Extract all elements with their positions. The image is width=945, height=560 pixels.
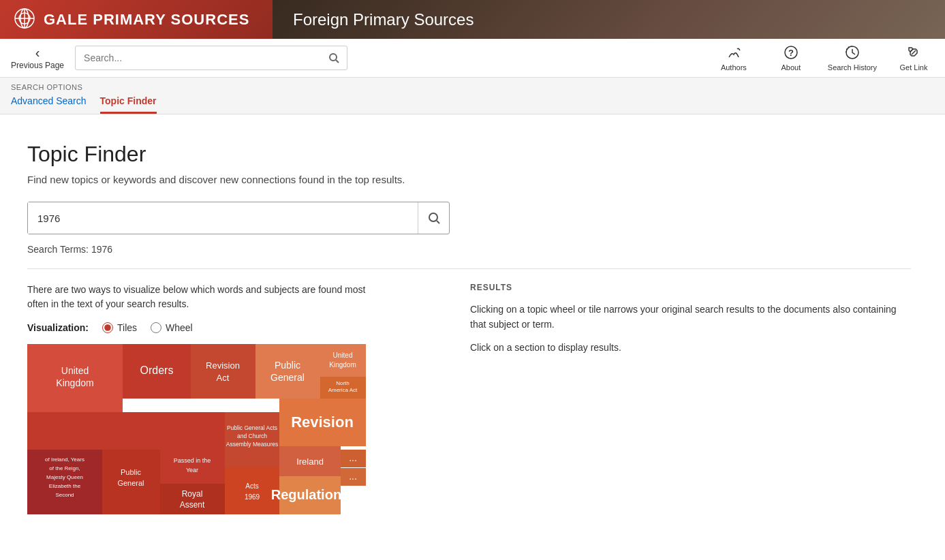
svg-text:1969: 1969 <box>245 493 260 501</box>
about-icon: ? <box>784 45 799 62</box>
svg-text:Passed in the: Passed in the <box>174 457 211 464</box>
svg-text:Kingdom: Kingdom <box>56 377 93 388</box>
tab-topic-finder[interactable]: Topic Finder <box>100 95 157 114</box>
search-options-bar: SEARCH OPTIONS Advanced Search Topic Fin… <box>0 78 945 114</box>
svg-text:United: United <box>61 365 89 376</box>
divider <box>27 268 911 269</box>
topic-search-container <box>27 202 450 234</box>
header-banner: GALE PRIMARY SOURCES Foreign Primary Sou… <box>0 0 945 39</box>
visualization-label: Visualization: <box>27 322 89 333</box>
svg-text:Orders: Orders <box>140 364 174 376</box>
collection-title: Foreign Primary Sources <box>293 10 474 29</box>
wheel-radio-label[interactable]: Wheel <box>151 322 193 333</box>
svg-text:Revision: Revision <box>206 360 240 371</box>
svg-text:Public: Public <box>121 468 141 476</box>
topic-search-input[interactable] <box>28 202 418 234</box>
search-history-label: Search History <box>828 63 877 72</box>
svg-text:Elizabeth the: Elizabeth the <box>49 483 81 489</box>
search-button[interactable] <box>320 46 347 70</box>
main-content: Topic Finder Find new topics or keywords… <box>0 114 945 542</box>
page-description: Find new topics or keywords and discover… <box>27 174 911 185</box>
nav-icons: Authors ? About Search History <box>713 45 934 72</box>
previous-page-label: Previous Page <box>11 61 64 70</box>
svg-text:Majesty Queen: Majesty Queen <box>46 474 83 480</box>
svg-rect-38 <box>225 412 279 467</box>
gale-logo-icon <box>14 7 35 32</box>
about-icon-item[interactable]: ? About <box>771 45 811 72</box>
svg-rect-52 <box>160 484 225 514</box>
svg-text:Royal: Royal <box>182 489 203 499</box>
collection-section: Foreign Primary Sources <box>273 0 945 39</box>
svg-text:Assent: Assent <box>180 500 205 510</box>
svg-text:Act: Act <box>217 373 230 383</box>
brand-title: GALE PRIMARY SOURCES <box>44 11 249 29</box>
search-history-icon <box>845 45 860 62</box>
svg-text:Year: Year <box>186 467 198 473</box>
svg-text:of the Reign,: of the Reign, <box>49 465 80 471</box>
svg-text:General: General <box>270 372 305 383</box>
svg-rect-20 <box>191 344 255 399</box>
authors-label: Authors <box>721 63 747 72</box>
svg-text:North: North <box>336 380 350 386</box>
visualization-section: There are two ways to visualize below wh… <box>27 283 443 514</box>
svg-line-6 <box>336 60 339 63</box>
svg-text:...: ... <box>349 471 357 482</box>
svg-text:America Act: America Act <box>328 387 358 393</box>
svg-text:Public: Public <box>275 360 300 371</box>
svg-text:Kingdom: Kingdom <box>329 361 356 369</box>
svg-text:United: United <box>333 352 353 359</box>
previous-page-button[interactable]: ‹ Previous Page <box>11 46 64 70</box>
svg-text:Revision: Revision <box>291 414 354 431</box>
topic-search-button[interactable] <box>418 202 449 234</box>
svg-text:Ireland: Ireland <box>296 456 324 467</box>
svg-text:General: General <box>117 479 144 487</box>
svg-text:and Church: and Church <box>237 433 267 439</box>
treemap-visualization[interactable]: Tables and Index United Kingdom Orders R… <box>27 344 366 514</box>
get-link-icon-item[interactable]: Get Link <box>893 45 934 72</box>
brand-section: GALE PRIMARY SOURCES <box>0 0 273 39</box>
svg-text:Assembly Measures: Assembly Measures <box>226 441 279 448</box>
results-panel: RESULTS Clicking on a topic wheel or til… <box>470 283 911 514</box>
search-options-tabs: Advanced Search Topic Finder <box>11 95 934 114</box>
svg-rect-23 <box>255 344 320 399</box>
search-history-icon-item[interactable]: Search History <box>828 45 877 72</box>
tiles-radio-label[interactable]: Tiles <box>102 322 137 333</box>
tiles-label: Tiles <box>117 322 137 333</box>
viz-description: There are two ways to visualize below wh… <box>27 283 368 311</box>
viz-options: Visualization: Tiles Wheel <box>27 322 443 333</box>
svg-point-5 <box>330 54 337 61</box>
about-label: About <box>781 63 801 72</box>
search-terms-label: Search Terms: <box>27 244 89 255</box>
back-arrow-icon: ‹ <box>35 46 40 59</box>
search-options-label: SEARCH OPTIONS <box>11 83 934 91</box>
svg-text:...: ... <box>349 452 357 463</box>
search-terms-display: Search Terms: 1976 <box>27 244 911 255</box>
svg-line-11 <box>437 221 439 223</box>
navbar: ‹ Previous Page Authors ? <box>0 39 945 78</box>
results-info: Clicking on a topic wheel or tile narrow… <box>470 302 911 332</box>
get-link-label: Get Link <box>900 63 928 72</box>
search-bar <box>75 46 347 70</box>
page-title: Topic Finder <box>27 142 911 167</box>
svg-text:Acts: Acts <box>245 482 258 490</box>
results-area: There are two ways to visualize below wh… <box>27 283 911 514</box>
svg-text:Public General Acts: Public General Acts <box>227 424 277 431</box>
results-cta: Click on a section to display results. <box>470 342 911 353</box>
search-terms-value: 1976 <box>91 244 112 255</box>
svg-text:of Ireland, Years: of Ireland, Years <box>45 456 84 463</box>
results-heading: RESULTS <box>470 283 911 292</box>
svg-text:?: ? <box>788 48 794 58</box>
svg-point-10 <box>429 213 437 221</box>
svg-text:Second: Second <box>55 492 74 498</box>
authors-icon-item[interactable]: Authors <box>713 45 754 72</box>
search-input[interactable] <box>75 46 347 70</box>
tab-advanced-search[interactable]: Advanced Search <box>11 95 87 114</box>
wheel-label: Wheel <box>166 322 193 333</box>
wheel-radio[interactable] <box>151 322 161 333</box>
svg-rect-26 <box>320 344 366 377</box>
get-link-icon <box>906 45 921 62</box>
tiles-radio[interactable] <box>102 322 113 333</box>
svg-text:Regulations: Regulations <box>271 487 349 502</box>
authors-icon <box>726 45 741 62</box>
